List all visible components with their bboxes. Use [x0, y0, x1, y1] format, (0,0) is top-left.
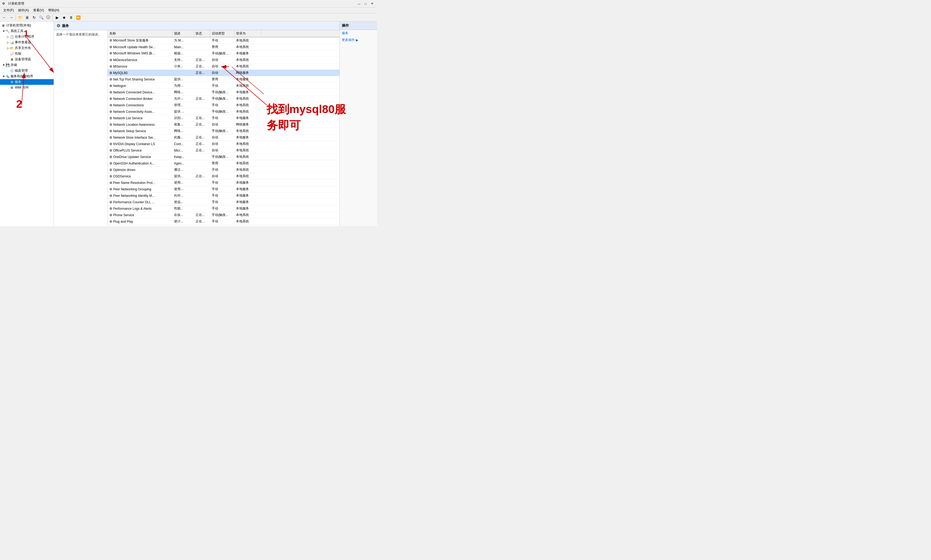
cell-startup: 手动 — [210, 37, 234, 44]
table-row[interactable]: ⚙OpenSSH Authentication A... Agen... 禁用 … — [108, 160, 339, 167]
table-row[interactable]: ⚙NVIDIA Display Container LS Cont... 正在.… — [108, 141, 339, 147]
table-row[interactable]: ⚙Microsoft Update Health Se... Main... 禁… — [108, 44, 339, 50]
service-icon: ⚙ — [109, 116, 113, 120]
col-header-login[interactable]: 登录为 — [234, 30, 261, 37]
cell-desc: 网络... — [173, 89, 194, 95]
cell-status — [194, 92, 210, 93]
table-row[interactable]: ⚙OneDrive Updater Service Keep... 手动(触发.… — [108, 154, 339, 160]
device-manager-icon: 🖥 — [10, 57, 14, 62]
toolbar-btn8[interactable]: ⏸ — [68, 14, 74, 21]
right-panel-services[interactable]: 服务 — [340, 30, 377, 37]
sidebar-item-services[interactable]: ⚙ 服务 — [0, 79, 54, 85]
toolbar-btn3[interactable]: ↻ — [31, 14, 37, 21]
table-row[interactable]: ⚙Network Connectivity Assis... 提供 ... 手动… — [108, 109, 339, 115]
tree-root[interactable]: 🖥 计算机管理(本地) — [0, 23, 54, 28]
sidebar-item-wmi[interactable]: ⚙ WMI 控件 — [0, 85, 54, 91]
service-icon: ⚙ — [109, 38, 113, 42]
cell-startup: 手动 — [210, 167, 234, 173]
menu-file[interactable]: 文件(F) — [1, 8, 16, 13]
table-row[interactable]: ⚙Network List Service 识别... 正在... 手动 本地服… — [108, 115, 339, 122]
toolbar-btn6[interactable]: ▶ — [54, 14, 60, 21]
cell-startup: 自动 — [210, 122, 234, 128]
sidebar-item-storage[interactable]: ▼ 💾 存储 — [0, 62, 54, 68]
toolbar-back[interactable]: ← — [1, 14, 8, 21]
sidebar-item-shared-folders[interactable]: ▷ 📂 共享文件夹 — [0, 45, 54, 51]
table-row[interactable]: ⚙MiDeviceService 支持... 正在... 自动 本地系统 — [108, 57, 339, 63]
menu-help[interactable]: 帮助(H) — [46, 8, 62, 13]
table-row[interactable]: ⚙Network Store Interface Ser... 此服... 正在… — [108, 134, 339, 141]
sidebar-item-performance[interactable]: 📈 性能 — [0, 51, 54, 57]
table-row[interactable]: ⚙MiService 小米... 正在... 自动 本地系统 — [108, 63, 339, 70]
cell-name: ⚙Network Location Awareness — [108, 122, 173, 127]
cell-name: ⚙Peer Networking Identity M... — [108, 193, 173, 198]
right-panel: 操作 服务 更多操作 ▶ — [339, 22, 377, 226]
cell-desc: 提供... — [173, 173, 194, 179]
toolbar-btn9[interactable]: ⏩ — [75, 14, 81, 21]
sidebar-item-services-apps[interactable]: ▼ 🔩 服务和应用程序 — [0, 74, 54, 79]
table-row[interactable]: ⚙Network Location Awareness 收集... 正在... … — [108, 122, 339, 128]
sidebar-item-system-tools[interactable]: ▼ 🔧 系统工具 — [0, 28, 54, 34]
cell-desc: 在设... — [173, 212, 194, 218]
table-row[interactable]: ⚙Network Setup Service 网络... 手动(触发... 本地… — [108, 128, 339, 134]
service-icon: ⚙ — [109, 188, 113, 191]
table-row[interactable]: ⚙Optimize drives 通过... 手动 本地系统 — [108, 167, 339, 173]
toolbar-btn1[interactable]: 📁 — [17, 14, 23, 21]
sidebar-item-device-manager[interactable]: 🖥 设备管理器 — [0, 57, 54, 62]
cell-status — [194, 105, 210, 106]
table-row[interactable]: ⚙MySQL80 正在... 自动 网络服务 — [108, 70, 339, 76]
cell-status: 正在... — [194, 115, 210, 121]
cell-name: ⚙Performance Counter DLL ... — [108, 200, 173, 205]
table-row[interactable]: ⚙Net.Tcp Port Sharing Service 提供... 禁用 本… — [108, 76, 339, 83]
table-row[interactable]: ⚙Netlogon 为用... 手动 本地系统 — [108, 83, 339, 89]
table-row[interactable]: ⚙Peer Networking Grouping 使用... 手动 本地服务 — [108, 186, 339, 192]
cell-desc: Micr... — [173, 148, 194, 153]
col-header-status[interactable]: 状态 — [194, 30, 210, 37]
cell-status — [194, 130, 210, 132]
menu-view[interactable]: 查看(V) — [31, 8, 46, 13]
table-row[interactable]: ⚙PNRP Machine Name Publi... 此服... 手动 本地服… — [108, 225, 339, 226]
cell-startup: 手动 — [210, 115, 234, 121]
cell-name: ⚙MiDeviceService — [108, 57, 173, 63]
services-list-container[interactable]: 名称 描述 状态 启动类型 登录为 ⚙Microsoft Store 安装服务 … — [108, 30, 339, 226]
table-row[interactable]: ⚙Plug and Play 使计... 正在... 手动 本地系统 — [108, 218, 339, 225]
toolbar-forward[interactable]: → — [8, 14, 15, 21]
right-panel-more[interactable]: 更多操作 ▶ — [340, 37, 377, 43]
toolbar-btn2[interactable]: 🖥 — [24, 14, 31, 21]
col-header-desc[interactable]: 描述 — [173, 30, 194, 37]
menu-action[interactable]: 操作(A) — [16, 8, 31, 13]
table-row[interactable]: ⚙Peer Name Resolution Prot... 使用... 手动 本… — [108, 180, 339, 186]
close-button[interactable]: ✕ — [369, 1, 375, 6]
table-row[interactable]: ⚙Phone Service 在设... 正在... 手动(触发... 本地系统 — [108, 212, 339, 218]
table-row[interactable]: ⚙Peer Networking Identity M... 向对... 手动 … — [108, 192, 339, 199]
toolbar-btn4[interactable]: 🔍 — [38, 14, 45, 21]
cell-name: ⚙OfficePLUS Service — [108, 148, 173, 153]
table-row[interactable]: ⚙Network Connections 管理... 手动 本地系统 — [108, 102, 339, 109]
col-header-name[interactable]: 名称 — [108, 30, 173, 37]
table-row[interactable]: ⚙Performance Logs & Alerts 性能... 手动 本地服务 — [108, 205, 339, 212]
sidebar-item-task-scheduler[interactable]: ▷ 📋 任务计划程序 — [0, 34, 54, 40]
toolbar-btn5[interactable]: ⓘ — [45, 14, 51, 21]
cell-desc: 根据... — [173, 50, 194, 57]
table-row[interactable]: ⚙Microsoft Windows SMS 路... 根据... 手动(触发.… — [108, 50, 339, 57]
cell-desc: Agen... — [173, 161, 194, 166]
cell-startup: 手动 — [210, 102, 234, 108]
table-row[interactable]: ⚙OSDService 提供... 正在... 自动 本地系统 — [108, 173, 339, 180]
disk-management-icon: 💿 — [10, 69, 14, 73]
sidebar-item-event-viewer[interactable]: ▷ 📊 事件查看器 — [0, 40, 54, 45]
service-icon: ⚙ — [109, 91, 113, 94]
cell-desc: 使计... — [173, 218, 194, 225]
sidebar-item-disk-management[interactable]: 💿 磁盘管理 — [0, 68, 54, 74]
cell-status: 正在... — [194, 218, 210, 225]
table-row[interactable]: ⚙Network Connected Device... 网络... 手动(触发… — [108, 89, 339, 95]
root-label: 计算机管理(本地) — [6, 23, 31, 28]
table-row[interactable]: ⚙Network Connection Broker 允许... 正在... 手… — [108, 95, 339, 102]
service-icon: ⚙ — [109, 174, 113, 178]
table-row[interactable]: ⚙Microsoft Store 安装服务 为 M... 手动 本地系统 — [108, 37, 339, 44]
toolbar-btn7[interactable]: ■ — [61, 14, 67, 21]
service-icon: ⚙ — [109, 207, 113, 211]
maximize-button[interactable]: □ — [362, 1, 368, 6]
table-row[interactable]: ⚙OfficePLUS Service Micr... 正在... 自动 本地系… — [108, 147, 339, 154]
col-header-startup[interactable]: 启动类型 — [210, 30, 234, 37]
table-row[interactable]: ⚙Performance Counter DLL ... 使远... 手动 本地… — [108, 199, 339, 205]
minimize-button[interactable]: — — [356, 1, 362, 6]
